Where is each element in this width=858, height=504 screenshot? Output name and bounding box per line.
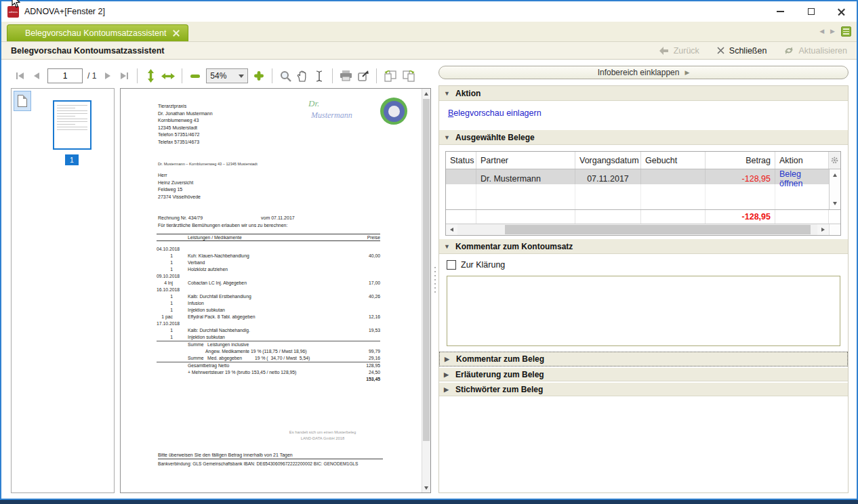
col-betrag[interactable]: Betrag (706, 152, 775, 169)
col-gebucht[interactable]: Gebucht (641, 152, 706, 169)
line-qty: 1 (157, 259, 188, 266)
scroll-up-icon[interactable] (830, 170, 840, 180)
rotate-left-button[interactable] (384, 68, 397, 84)
scrollbar-thumb[interactable] (423, 99, 430, 441)
practice-address-line: Dr. Jonathan Mustermann (158, 110, 213, 118)
section-kommentar-beleg[interactable]: ▶ Kommentar zum Beleg (439, 352, 848, 366)
open-external-button[interactable] (357, 68, 369, 84)
section-ausgewaehlte-belege[interactable]: ▼ Ausgewählte Belege (439, 130, 848, 145)
belege-table-hscrollbar[interactable] (446, 224, 840, 235)
page-number-input[interactable] (47, 68, 83, 83)
line-desc: Verband (188, 259, 352, 266)
invoice-intro: Für tierärztliche Bemühungen erlauben wi… (158, 223, 287, 228)
line-qty: 17.10.2018 (157, 320, 197, 327)
section-kommentar-kontoumsatz[interactable]: ▼ Kommentar zum Kontoumsatz (439, 239, 848, 254)
text-select-tool-button[interactable] (313, 68, 325, 84)
line-qty: 16.10.2018 (157, 287, 197, 293)
previous-page-button[interactable] (30, 68, 43, 84)
col-status[interactable]: Status (446, 152, 476, 169)
scroll-down-icon[interactable] (422, 483, 430, 492)
line-price (352, 320, 380, 327)
zur-klaerung-checkbox[interactable] (447, 260, 456, 270)
section-aktion[interactable]: ▼ Aktion (439, 86, 848, 101)
collapse-info-button[interactable]: Infobereich einklappen ▶ (438, 66, 849, 79)
print-button[interactable] (340, 68, 352, 84)
practice-address-line: Kornblumenweg 43 (158, 117, 213, 125)
line-desc: Kalb: Durchfall Nachbehandlg. (188, 327, 352, 334)
invoice-line: 153,45 (157, 376, 380, 383)
refresh-button[interactable]: Aktualisieren (784, 46, 847, 56)
practice-address-line: Telefon 57351/4672 (158, 131, 213, 139)
taskbar-sliver (0, 500, 858, 504)
col-vorgangsdatum[interactable]: Vorgangsdatum (575, 152, 641, 169)
zoom-level-select[interactable]: 54% (206, 68, 248, 83)
tab-list-icon[interactable] (841, 26, 851, 37)
zoom-in-button[interactable] (253, 68, 265, 84)
page-title: Belegvorschau Kontoumsatzassistent (11, 46, 164, 56)
next-page-button[interactable] (101, 68, 113, 84)
scroll-up-icon[interactable] (422, 89, 430, 98)
page-total-label: / 1 (87, 71, 96, 81)
section-kommentar-beleg-title: Kommentar zum Beleg (456, 354, 544, 364)
maximize-button[interactable] (796, 1, 826, 22)
content: / 1 54% (1, 60, 857, 499)
invoice-number: Rechnung Nr. 434/79 (158, 215, 261, 220)
thumbnail-view-button[interactable] (14, 91, 31, 111)
line-desc (197, 287, 352, 293)
scroll-left-icon[interactable] (446, 224, 457, 235)
close-label: Schließen (729, 46, 767, 56)
rotate-right-button[interactable] (402, 68, 415, 84)
table-settings-cell[interactable] (829, 152, 840, 169)
collapse-triangle-icon: ▼ (444, 134, 451, 141)
fit-height-button[interactable] (144, 68, 157, 84)
invoice-recipient-address: HerrHeinz ZuversichtFeldweg 1527374 Viss… (158, 172, 201, 201)
line-desc (197, 273, 352, 280)
invoice-line: 4 Inj Cobactan LC Inj. Abgegeben 17,00 (157, 280, 380, 287)
close-view-button[interactable]: Schließen (717, 46, 767, 56)
magnifier-tool-button[interactable] (279, 68, 291, 84)
invoice-line: 1 Injektion subkutan (157, 307, 380, 314)
zoom-out-button[interactable] (189, 68, 201, 84)
col-partner[interactable]: Partner (476, 152, 575, 169)
mouse-cursor (9, 0, 20, 8)
invoice-line: Summe Med. abgegeben 19 % ( 34,70 / Mwst… (157, 355, 380, 362)
belege-table-scrollbar[interactable] (829, 169, 840, 209)
invoice-line: Angew. Medikamente 19 % (118,75 / Mwst 1… (157, 348, 380, 355)
line-desc: Summe Leistungen inclusive (188, 341, 352, 348)
headerbar: Belegvorschau Kontoumsatzassistent Zurüc… (1, 41, 857, 60)
tab-belegvorschau[interactable]: Belegvorschau Kontoumsatzassistent (7, 24, 188, 41)
section-erlaeuterung-beleg[interactable]: ▶ Erläuterung zum Beleg (439, 366, 848, 381)
hand-tool-button[interactable] (296, 68, 308, 84)
col-aktion[interactable]: Aktion (775, 152, 829, 169)
beleg-row[interactable]: Dr. Mustermann 07.11.2017 -128,95 Beleg … (446, 169, 829, 184)
tab-scroll-right-icon[interactable]: ▶ (830, 28, 835, 35)
sample-note-line: Es handelt sich um einen Musterbeleg (251, 429, 394, 436)
tab-close-icon[interactable] (173, 30, 180, 37)
hscroll-track[interactable] (457, 224, 817, 235)
section-stichwoerter-beleg[interactable]: ▶ Stichwörter zum Beleg (439, 381, 848, 396)
expand-triangle-icon: ▶ (445, 356, 451, 362)
line-price: 99,79 (352, 348, 380, 355)
belegvorschau-einlagern-link[interactable]: Belegvorschau einlagern (448, 108, 542, 118)
line-qty (157, 369, 188, 376)
minimize-button[interactable] (765, 1, 796, 22)
tab-scroll-left-icon[interactable]: ◀ (819, 28, 824, 35)
first-page-button[interactable] (14, 68, 26, 84)
back-arrow-icon (659, 47, 669, 55)
invoice-line: 1 pac Effydral Pack. 8 Tabl. abgegeben 1… (157, 314, 380, 320)
sample-note: Es handelt sich um einen MusterbelegLAND… (251, 429, 394, 442)
scroll-right-icon[interactable] (817, 224, 829, 235)
kommentar-kontoumsatz-body: Zur Klärung (439, 254, 848, 352)
scroll-down-icon[interactable] (830, 198, 840, 209)
close-window-button[interactable] (826, 1, 857, 22)
line-price (352, 266, 380, 273)
last-page-button[interactable] (118, 68, 130, 84)
line-desc: Angew. Medikamente 19 % (118,75 / Mwst 1… (188, 348, 352, 355)
fit-width-button[interactable] (161, 68, 175, 84)
kontoumsatz-comment-input[interactable] (447, 276, 840, 346)
page-1-thumbnail[interactable] (53, 100, 91, 150)
back-button[interactable]: Zurück (659, 46, 699, 56)
hscroll-thumb[interactable] (505, 225, 811, 234)
document-scrollbar[interactable] (422, 89, 430, 492)
panel-splitter[interactable] (431, 66, 438, 493)
